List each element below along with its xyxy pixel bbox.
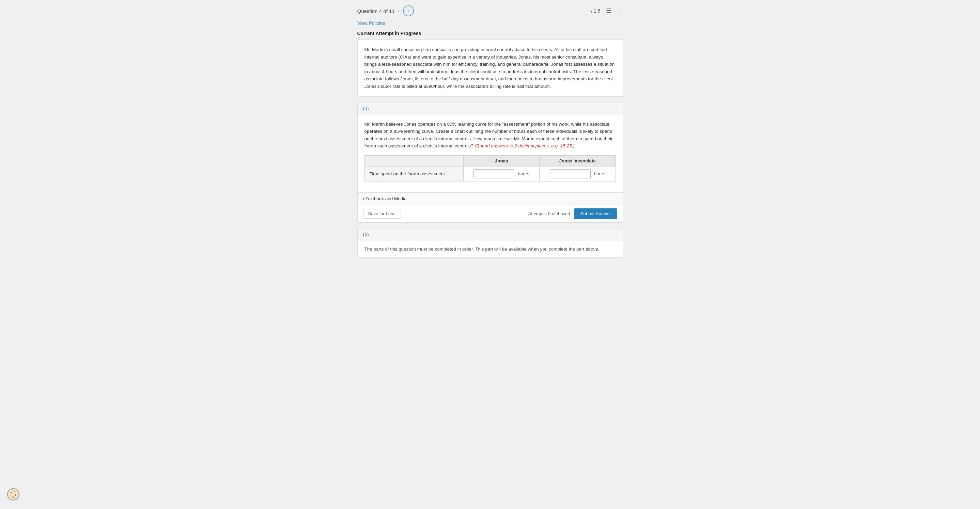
part-a-header: (a) bbox=[358, 103, 623, 115]
part-b-locked-message: The parts of this question must be compl… bbox=[358, 241, 623, 257]
footer-actions: Attempts: 0 of 4 used Submit Answer bbox=[528, 208, 617, 219]
jonas-unit: hours bbox=[518, 171, 529, 176]
part-a-hint: (Round answers to 2 decimal places, e.g.… bbox=[474, 143, 574, 149]
associate-hours-input[interactable] bbox=[550, 169, 591, 178]
table-header-jonas: Jonas bbox=[464, 155, 539, 166]
header-right: - / 1.5 ☰ ⋮ bbox=[588, 7, 623, 15]
part-a-label: (a) bbox=[363, 106, 369, 111]
table-row: Time spent on the fourth assessment hour… bbox=[364, 166, 616, 181]
part-a-content: Mr. Martin believes Jonas operates on a … bbox=[358, 115, 623, 192]
submit-answer-button[interactable]: Submit Answer bbox=[574, 208, 617, 219]
svg-point-8 bbox=[12, 489, 14, 491]
svg-point-7 bbox=[10, 494, 11, 495]
jonas-hours-input[interactable] bbox=[474, 169, 514, 178]
svg-point-3 bbox=[14, 491, 15, 492]
table-row-label: Time spent on the fourth assessment bbox=[364, 166, 464, 181]
answer-table: Jonas Jonas' associate Time spent on the… bbox=[364, 155, 616, 181]
question-label: Question 4 of 11 bbox=[357, 8, 395, 14]
part-b-container: (b) The parts of this question must be c… bbox=[357, 228, 623, 258]
svg-point-2 bbox=[11, 492, 12, 493]
associate-unit: hours bbox=[594, 171, 605, 176]
part-a-footer: Save for Later Attempts: 0 of 4 used Sub… bbox=[358, 205, 623, 222]
more-options-button[interactable]: ⋮ bbox=[617, 7, 623, 15]
header-left: Question 4 of 11 ‹ › bbox=[357, 5, 414, 16]
score-display: - / 1.5 bbox=[588, 8, 601, 14]
more-icon: ⋮ bbox=[617, 7, 623, 15]
part-a-question: Mr. Martin believes Jonas operates on a … bbox=[364, 121, 616, 150]
etextbook-label: eTextbook and Media bbox=[363, 196, 407, 201]
prev-question-button[interactable]: ‹ bbox=[398, 8, 400, 14]
part-b-header: (b) bbox=[358, 228, 623, 241]
svg-point-6 bbox=[13, 497, 15, 498]
attempt-status: Current Attempt in Progress bbox=[357, 31, 623, 36]
jonas-input-cell: hours bbox=[464, 166, 539, 181]
next-icon: › bbox=[408, 8, 409, 14]
save-for-later-button[interactable]: Save for Later bbox=[363, 209, 401, 219]
page-header: Question 4 of 11 ‹ › - / 1.5 ☰ ⋮ bbox=[357, 5, 623, 16]
context-passage: Mr. Martin's small consulting firm speci… bbox=[357, 40, 623, 97]
part-b-label: (b) bbox=[363, 232, 369, 237]
next-question-button[interactable]: › bbox=[403, 5, 414, 16]
prev-icon: ‹ bbox=[398, 8, 400, 14]
svg-point-4 bbox=[15, 494, 16, 496]
view-policies-link[interactable]: View Policies bbox=[357, 21, 385, 26]
associate-input-cell: hours bbox=[539, 166, 616, 181]
cookie-icon[interactable] bbox=[7, 488, 20, 501]
table-header-empty bbox=[364, 155, 464, 166]
table-header-associate: Jonas' associate bbox=[539, 155, 616, 166]
svg-point-5 bbox=[11, 496, 13, 497]
context-text: Mr. Martin's small consulting firm speci… bbox=[364, 47, 615, 89]
etextbook-row: eTextbook and Media bbox=[358, 192, 623, 205]
list-icon: ☰ bbox=[606, 7, 611, 15]
part-a-container: (a) Mr. Martin believes Jonas operates o… bbox=[357, 102, 623, 223]
attempts-text: Attempts: 0 of 4 used bbox=[528, 211, 570, 216]
list-view-button[interactable]: ☰ bbox=[606, 7, 611, 15]
